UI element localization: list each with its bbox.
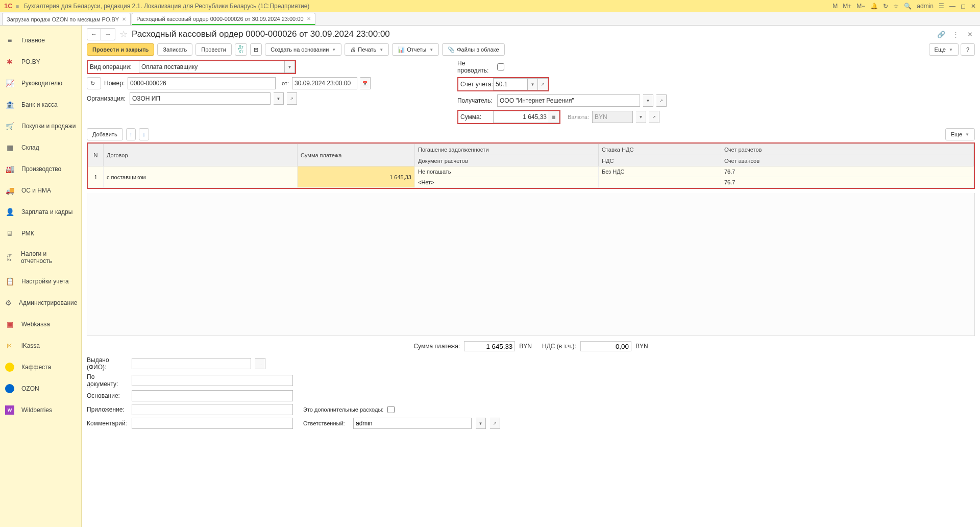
sidebar-item-poby[interactable]: ✱PO.BY <box>0 51 81 73</box>
date-input[interactable] <box>292 77 357 89</box>
create-based-button[interactable]: Создать на основании▼ <box>265 43 341 56</box>
sidebar-item-manager[interactable]: 📈Руководителю <box>0 73 81 94</box>
col-calc-acc[interactable]: Счет расчетов <box>721 144 974 155</box>
favorite-star-icon[interactable]: ☆ <box>119 29 128 40</box>
cell-pay-sum[interactable]: 1 645,33 <box>298 166 415 188</box>
comment-input[interactable] <box>132 418 293 429</box>
nav-forward-button[interactable]: → <box>101 28 115 40</box>
sidebar-item-purchases[interactable]: 🛒Покупки и продажи <box>0 115 81 137</box>
dropdown-button[interactable]: ▼ <box>636 111 646 123</box>
account-input[interactable] <box>493 78 528 90</box>
link-icon[interactable]: 🔗 <box>936 29 946 39</box>
close-page-icon[interactable]: ✕ <box>965 29 975 39</box>
org-input[interactable] <box>130 92 271 105</box>
add-button[interactable]: Добавить <box>87 128 123 140</box>
cell-vat[interactable] <box>599 177 721 188</box>
move-down-button[interactable]: ↓ <box>139 128 149 140</box>
open-button[interactable]: ↗ <box>538 78 548 90</box>
table-row[interactable]: 1 с поставщиком 1 645,33 Не погашать Без… <box>88 166 974 177</box>
sidebar-item-salary[interactable]: 👤Зарплата и кадры <box>0 201 81 223</box>
more-icon[interactable]: ⋮ <box>950 29 961 39</box>
sidebar-item-bank[interactable]: 🏦Банк и касса <box>0 94 81 115</box>
sidebar-item-kaffesta[interactable]: Каффеста <box>0 356 81 378</box>
user-name[interactable]: admin <box>917 3 934 10</box>
cell-adv-acc[interactable]: 76.7 <box>721 177 974 188</box>
issued-input[interactable] <box>132 358 251 369</box>
sidebar-item-assets[interactable]: 🚚ОС и НМА <box>0 180 81 201</box>
cell-calc-doc[interactable]: <Нет> <box>415 177 599 188</box>
sidebar-item-main[interactable]: ≡Главное <box>0 30 81 51</box>
move-up-button[interactable]: ↑ <box>126 128 136 140</box>
search-icon[interactable]: 🔍 <box>904 3 912 10</box>
sidebar-item-production[interactable]: 🏭Производство <box>0 158 81 180</box>
col-adv-acc[interactable]: Счет авансов <box>721 155 974 166</box>
maximize-icon[interactable]: ◻ <box>961 3 966 10</box>
recipient-input[interactable] <box>497 94 640 107</box>
sidebar-item-warehouse[interactable]: ▦Склад <box>0 137 81 158</box>
sidebar-item-settings[interactable]: 📋Настройки учета <box>0 271 81 292</box>
col-vat[interactable]: НДС <box>599 155 721 166</box>
cell-vat-rate[interactable]: Без НДС <box>599 166 721 177</box>
col-vat-rate[interactable]: Ставка НДС <box>599 144 721 155</box>
sidebar-item-ikassa[interactable]: [K]iKassa <box>0 335 81 356</box>
sidebar-item-pmk[interactable]: 🖥РМК <box>0 223 81 244</box>
sidebar-item-webkassa[interactable]: ▣Webkassa <box>0 314 81 335</box>
structure-button[interactable]: ⊞ <box>250 43 262 56</box>
op-type-input[interactable] <box>139 61 285 73</box>
open-button[interactable]: ↗ <box>656 94 667 107</box>
history-icon[interactable]: ↻ <box>883 3 888 10</box>
close-icon[interactable]: ✕ <box>307 16 311 21</box>
more-button[interactable]: Еще▼ <box>929 43 959 56</box>
ellipsis-button[interactable]: ... <box>255 358 265 369</box>
minimize-icon[interactable]: — <box>949 3 955 10</box>
open-button[interactable]: ↗ <box>649 111 659 123</box>
close-icon[interactable]: ✕ <box>122 16 126 22</box>
print-button[interactable]: 🖨Печать▼ <box>345 43 389 56</box>
star-icon[interactable]: ☆ <box>893 3 899 10</box>
open-button[interactable]: ↗ <box>490 418 500 429</box>
settings-icon[interactable]: ☰ <box>939 3 944 10</box>
bell-icon[interactable]: 🔔 <box>870 3 878 10</box>
col-debt-repay[interactable]: Погашение задолженности <box>415 144 599 155</box>
tab-ozon-upload[interactable]: Загрузка продаж OZON по месяцам PO.BY ✕ <box>2 13 131 25</box>
col-pay-sum[interactable]: Сумма платежа <box>298 144 415 166</box>
skip-post-checkbox[interactable] <box>497 63 504 70</box>
post-close-button[interactable]: Провести и закрыть <box>87 43 154 56</box>
by-doc-input[interactable] <box>132 375 293 386</box>
cell-calc-acc[interactable]: 76.7 <box>721 166 974 177</box>
memory-m-plus[interactable]: М+ <box>843 3 851 10</box>
dropdown-button[interactable]: ▼ <box>285 61 295 73</box>
dropdown-button[interactable]: ▼ <box>643 94 653 107</box>
cell-n[interactable]: 1 <box>88 166 104 188</box>
col-contract[interactable]: Договор <box>104 144 298 166</box>
reports-button[interactable]: 📊Отчеты▼ <box>392 43 439 56</box>
table-more-button[interactable]: Еще▼ <box>945 128 975 140</box>
write-button[interactable]: Записать <box>157 43 192 56</box>
responsible-input[interactable] <box>353 418 472 429</box>
sidebar-item-wb[interactable]: WWildberries <box>0 399 81 421</box>
dropdown-button[interactable]: ▼ <box>476 418 486 429</box>
tab-cash-order[interactable]: Расходный кассовый ордер 0000-000026 от … <box>132 13 315 25</box>
memory-m-minus[interactable]: М− <box>856 3 865 10</box>
close-window-icon[interactable]: ✕ <box>971 3 976 10</box>
calculator-button[interactable]: ▦ <box>549 111 559 123</box>
post-button[interactable]: Провести <box>195 43 232 56</box>
calendar-button[interactable]: 📅 <box>360 77 371 89</box>
refresh-number-button[interactable]: ↻ <box>87 77 101 89</box>
dropdown-button[interactable]: ▼ <box>274 92 284 105</box>
dropdown-button[interactable]: ▼ <box>528 78 538 90</box>
attachment-input[interactable] <box>132 404 293 415</box>
basis-input[interactable] <box>132 390 293 401</box>
sidebar-item-tax[interactable]: ДтКтНалоги и отчетность <box>0 244 81 271</box>
cell-contract[interactable]: с поставщиком <box>104 166 298 188</box>
cell-debt-repay[interactable]: Не погашать <box>415 166 599 177</box>
sidebar-item-admin[interactable]: ⚙Администрирование <box>0 292 81 314</box>
col-calc-doc[interactable]: Документ расчетов <box>415 155 599 166</box>
menu-icon[interactable]: ≡ <box>16 3 19 9</box>
sum-input[interactable] <box>493 111 549 123</box>
nav-back-button[interactable]: ← <box>87 28 101 40</box>
col-n[interactable]: N <box>88 144 104 166</box>
number-input[interactable] <box>128 77 276 89</box>
help-button[interactable]: ? <box>961 43 975 56</box>
memory-m[interactable]: М <box>832 3 838 10</box>
